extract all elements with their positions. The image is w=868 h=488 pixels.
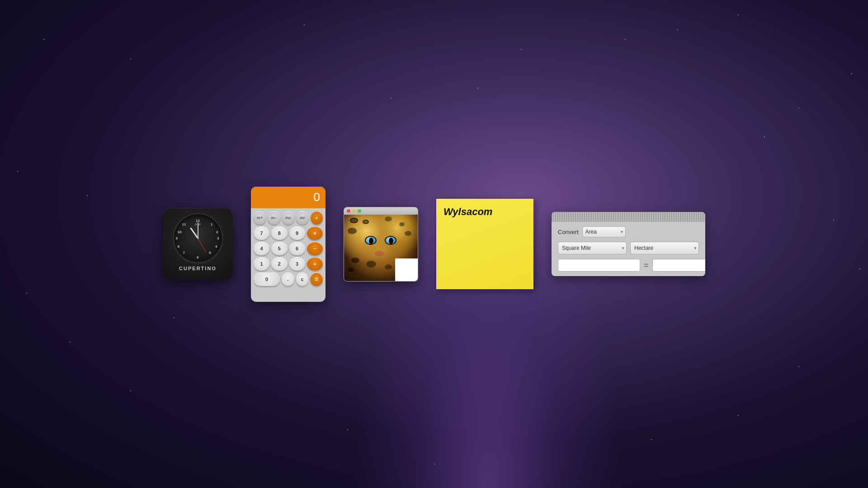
to-unit-select[interactable]: Hectare Square Mile Square Kilometer Squ… <box>630 242 699 254</box>
sticky-note-text: Wylsacom <box>443 206 492 217</box>
desktop: AM 12 1 2 3 4 5 6 7 8 <box>0 0 868 488</box>
convert-label: Convert <box>558 229 579 235</box>
clock-city-label: CUPERTINO <box>179 266 217 271</box>
spot <box>351 258 359 263</box>
from-unit-select-wrapper: Square Mile Square Kilometer Square Mete… <box>558 242 627 254</box>
clock-num-1: 1 <box>211 222 212 226</box>
clock-num-5: 5 <box>209 251 211 255</box>
leopard-fur <box>344 215 418 281</box>
calc-btn-clear[interactable]: c <box>296 272 309 286</box>
calc-btn-1[interactable]: 1 <box>254 257 269 271</box>
clock-num-2: 2 <box>216 230 218 234</box>
calc-btn-multiply[interactable]: × <box>307 226 323 240</box>
calculator-widget: 0 m+ m− mc mr ÷ 7 8 9 × 4 5 6 <box>251 187 326 302</box>
clock-num-4: 4 <box>215 244 217 249</box>
converter-type-row: Convert Area Length Volume Weight Temper… <box>558 226 699 237</box>
calc-btn-m-plus[interactable]: m+ <box>254 211 266 225</box>
clock-num-3: 3 <box>217 236 219 240</box>
converter-title-bar <box>552 212 705 222</box>
preview-widget <box>344 207 418 282</box>
calculator-row4: 0 . c = <box>254 272 323 286</box>
from-unit-select[interactable]: Square Mile Square Kilometer Square Mete… <box>558 242 627 254</box>
spot <box>405 231 411 236</box>
calc-btn-divide[interactable]: ÷ <box>311 211 323 225</box>
calc-btn-add[interactable]: + <box>307 257 323 271</box>
spot <box>363 220 369 224</box>
clock-center <box>197 237 199 239</box>
clock-num-11: 11 <box>182 222 186 226</box>
clock-num-10: 10 <box>178 230 182 234</box>
calculator-display-value: 0 <box>314 190 320 204</box>
converter-units-row: Square Mile Square Kilometer Square Mete… <box>558 242 699 254</box>
preview-white-corner <box>395 258 418 281</box>
calculator-memory-row: m+ m− mc mr ÷ <box>254 211 323 225</box>
calc-btn-m-minus[interactable]: m− <box>268 211 280 225</box>
spot <box>348 228 357 234</box>
calc-btn-6[interactable]: 6 <box>289 242 305 255</box>
clock-widget: AM 12 1 2 3 4 5 6 7 8 <box>163 208 233 280</box>
sticky-note-widget: Wylsacom <box>436 199 533 289</box>
calc-btn-mc[interactable]: mc <box>282 211 294 225</box>
calculator-row1: 7 8 9 × <box>254 226 323 240</box>
to-value-input[interactable] <box>652 259 705 272</box>
calculator-row2: 4 5 6 − <box>254 242 323 255</box>
preview-title-bar <box>344 207 418 215</box>
leopard-image <box>344 215 418 281</box>
clock-num-7: 7 <box>183 251 185 255</box>
title-minimize-dot[interactable] <box>352 209 356 213</box>
from-value-input[interactable] <box>558 259 640 272</box>
equals-sign: = <box>644 261 649 270</box>
spot <box>350 218 358 223</box>
calc-btn-8[interactable]: 8 <box>271 226 287 240</box>
type-select[interactable]: Area Length Volume Weight Temperature Sp… <box>582 226 626 237</box>
calc-btn-equals[interactable]: = <box>310 272 323 286</box>
spot <box>385 216 392 221</box>
converter-widget: Convert Area Length Volume Weight Temper… <box>552 212 705 276</box>
calc-btn-3[interactable]: 3 <box>289 257 305 271</box>
left-eye <box>365 236 377 245</box>
clock-num-9: 9 <box>176 236 178 240</box>
calc-btn-0[interactable]: 0 <box>254 272 280 286</box>
to-unit-select-wrapper: Hectare Square Mile Square Kilometer Squ… <box>630 242 699 254</box>
right-eye <box>385 236 396 245</box>
converter-values-row: = <box>558 259 699 272</box>
title-close-dot[interactable] <box>347 209 350 213</box>
clock-num-8: 8 <box>178 244 179 249</box>
title-expand-dot[interactable] <box>358 209 361 213</box>
converter-body: Convert Area Length Volume Weight Temper… <box>552 222 705 276</box>
calc-btn-subtract[interactable]: − <box>307 242 323 255</box>
calc-btn-4[interactable]: 4 <box>254 242 269 255</box>
calc-btn-mr[interactable]: mr <box>296 211 308 225</box>
spot <box>366 261 376 267</box>
calc-btn-2[interactable]: 2 <box>271 257 287 271</box>
clock-face: AM 12 1 2 3 4 5 6 7 8 <box>173 213 223 263</box>
spot <box>348 267 354 272</box>
calc-btn-5[interactable]: 5 <box>271 242 287 255</box>
spot <box>399 222 405 226</box>
spot <box>385 264 392 269</box>
calculator-row3: 1 2 3 + <box>254 257 323 271</box>
minute-hand <box>198 222 198 238</box>
nose <box>375 251 384 256</box>
calculator-display: 0 <box>251 187 326 208</box>
calculator-buttons: m+ m− mc mr ÷ 7 8 9 × 4 5 6 − 1 <box>251 208 326 302</box>
calc-btn-7[interactable]: 7 <box>254 226 269 240</box>
calc-btn-dot[interactable]: . <box>282 272 294 286</box>
type-select-wrapper: Area Length Volume Weight Temperature Sp… <box>582 226 626 237</box>
clock-num-6: 6 <box>197 255 198 259</box>
calc-btn-9[interactable]: 9 <box>289 226 305 240</box>
